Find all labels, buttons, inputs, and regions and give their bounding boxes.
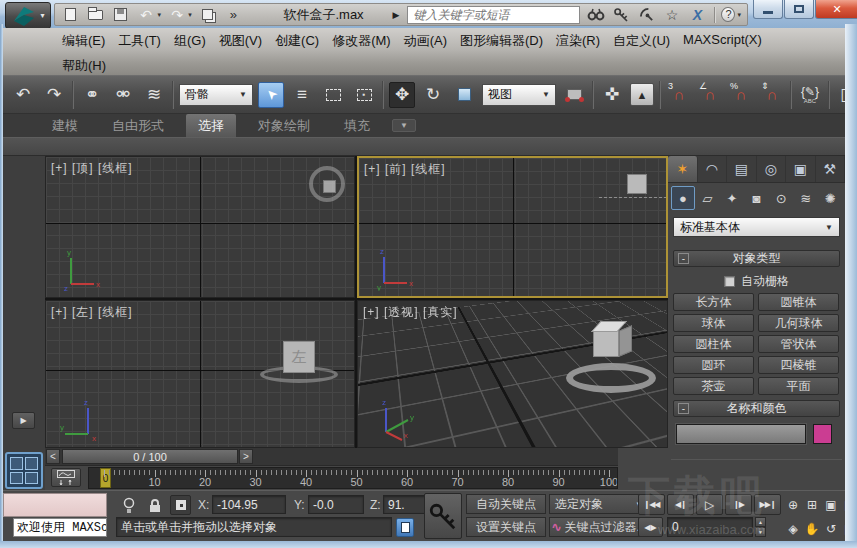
key-filters-button[interactable]: ∿ 关键点过滤器...	[549, 517, 649, 537]
bind-to-space-warp-button[interactable]: ≋	[141, 82, 167, 108]
time-slider-handle[interactable]: 0 / 100	[62, 449, 238, 464]
new-file-button[interactable]	[61, 6, 79, 24]
selection-filter-dropdown[interactable]: 骨骼 ▼	[179, 84, 253, 106]
search-binoculars-icon[interactable]	[587, 6, 605, 24]
teapot-button[interactable]: 茶壶	[673, 377, 754, 395]
go-to-end-button[interactable]: ▶▶❙	[754, 494, 781, 515]
select-and-move-button[interactable]: ✥	[389, 82, 415, 108]
tab-utilities[interactable]: ⚒	[816, 156, 846, 182]
current-frame-field[interactable]: 0	[667, 517, 753, 537]
viewcube-left[interactable]: 左	[283, 341, 315, 373]
x-coordinate-field[interactable]: -104.95	[212, 495, 286, 514]
z-coordinate-field[interactable]: 91.	[383, 495, 427, 514]
zoom-extents-button[interactable]: ▣	[822, 493, 840, 516]
undo-caret-icon[interactable]: ▾	[157, 11, 161, 19]
redo-button[interactable]: ↷	[168, 6, 186, 24]
set-keys-button[interactable]	[424, 493, 462, 539]
selection-lock-button[interactable]	[144, 495, 165, 515]
geosphere-button[interactable]: 几何球体	[758, 314, 839, 332]
viewport-layout-button[interactable]	[5, 452, 43, 489]
isolate-selection-button[interactable]	[118, 495, 139, 515]
category-systems-button[interactable]: ✺	[818, 186, 842, 210]
category-geometry-button[interactable]: ●	[671, 186, 695, 210]
spinner-snap-button[interactable]: ⇕∩	[759, 82, 785, 108]
menu-animation[interactable]: 动画(A)	[404, 32, 447, 50]
undo-scene-button[interactable]: ↶	[10, 82, 36, 108]
autodesk-exchange-icon[interactable]: X	[688, 6, 706, 24]
next-frame-button[interactable]: ❙▶	[725, 494, 752, 515]
tab-display[interactable]: ▣	[786, 156, 816, 182]
absolute-mode-button[interactable]	[170, 495, 191, 515]
maxscript-mini-listener[interactable]	[3, 493, 107, 517]
name-color-rollout-header[interactable]: - 名称和颜色	[673, 400, 840, 417]
category-shapes-button[interactable]: ▱	[696, 186, 720, 210]
prompt-info-button[interactable]	[396, 518, 414, 537]
redo-caret-icon[interactable]: ▾	[188, 11, 192, 19]
unlink-selection-button[interactable]: ⚮	[110, 82, 136, 108]
save-file-button[interactable]	[112, 6, 130, 24]
object-color-swatch[interactable]	[813, 424, 832, 444]
category-helpers-button[interactable]: ⊙	[769, 186, 793, 210]
menu-tools[interactable]: 工具(T)	[118, 32, 161, 50]
keyboard-shortcut-override-button[interactable]: ▲	[630, 83, 654, 106]
spinner-up-icon[interactable]: ▲	[755, 517, 766, 527]
spinner-down-icon[interactable]: ▼	[755, 527, 766, 537]
tab-hierarchy[interactable]: ▤	[727, 156, 757, 182]
help-icon[interactable]: ?	[721, 7, 735, 22]
y-coordinate-field[interactable]: -0.0	[308, 495, 364, 514]
set-key-button[interactable]: 设置关键点	[466, 517, 546, 537]
viewport-perspective-label[interactable]: [+] [透视] [真实]	[363, 304, 458, 321]
primitive-category-dropdown[interactable]: 标准基本体 ▼	[673, 217, 840, 237]
viewport-left-label[interactable]: [+] [左] [线框]	[51, 304, 133, 321]
menu-help[interactable]: 帮助(H)	[62, 57, 106, 75]
communication-center-icon[interactable]	[638, 6, 656, 24]
cone-button[interactable]: 圆锥体	[758, 293, 839, 311]
menu-edit[interactable]: 编辑(E)	[62, 32, 105, 50]
previous-frame-arrow[interactable]: <	[46, 449, 60, 464]
viewcube-top[interactable]	[309, 166, 345, 202]
select-and-manipulate-button[interactable]: ✜	[599, 82, 625, 108]
zoom-button[interactable]: ⊕	[784, 493, 802, 516]
zoom-all-button[interactable]: ⊞	[803, 493, 821, 516]
ribbon-tab-selection[interactable]: 选择	[186, 114, 236, 137]
field-of-view-button[interactable]: ◈	[784, 517, 802, 540]
menu-maxscript[interactable]: MAXScript(X)	[683, 32, 762, 50]
orbit-button[interactable]: ↺	[822, 517, 840, 540]
tab-motion[interactable]: ◎	[757, 156, 787, 182]
menu-create[interactable]: 创建(C)	[275, 32, 319, 50]
box-button[interactable]: 长方体	[673, 293, 754, 311]
viewport-top-label[interactable]: [+] [顶] [线框]	[51, 160, 133, 177]
expand-panel-button[interactable]: ▶	[12, 412, 35, 429]
menu-views[interactable]: 视图(V)	[219, 32, 262, 50]
window-crossing-button[interactable]: ▪	[351, 82, 377, 108]
viewport-top[interactable]: [+] [顶] [线框] y x z	[45, 156, 355, 298]
previous-frame-button[interactable]: ◀❙	[667, 494, 694, 515]
use-pivot-center-button[interactable]	[561, 82, 587, 108]
ribbon-minimize-button[interactable]: ▼	[392, 119, 416, 132]
category-lights-button[interactable]: ✦	[720, 186, 744, 210]
viewcube-front[interactable]	[627, 174, 647, 194]
menu-group[interactable]: 组(G)	[174, 32, 206, 50]
trackbar-ruler[interactable]: 0 102030405060708090100	[88, 467, 618, 489]
menu-modifiers[interactable]: 修改器(M)	[332, 32, 391, 50]
viewport-perspective[interactable]: [+] [透视] [真实] z y x	[357, 300, 668, 448]
search-flyout-icon[interactable]: ▶	[393, 10, 400, 20]
reference-coordinate-dropdown[interactable]: 视图 ▼	[482, 84, 556, 106]
open-file-button[interactable]	[86, 6, 104, 24]
collapse-icon[interactable]: -	[678, 253, 689, 264]
pan-button[interactable]: ✋	[803, 517, 821, 540]
undo-button[interactable]: ↶	[137, 6, 155, 24]
auto-key-button[interactable]: 自动关键点	[466, 494, 546, 514]
select-by-name-button[interactable]: ≡	[289, 82, 315, 108]
menu-customize[interactable]: 自定义(U)	[613, 32, 670, 50]
go-to-start-button[interactable]: ❙◀◀	[638, 494, 665, 515]
torus-button[interactable]: 圆环	[673, 356, 754, 374]
select-and-scale-button[interactable]	[451, 82, 477, 108]
viewport-front-label[interactable]: [+] [前] [线框]	[364, 161, 446, 178]
select-and-rotate-button[interactable]: ↻	[420, 82, 446, 108]
category-spacewarps-button[interactable]: ≋	[794, 186, 818, 210]
ribbon-tab-freeform[interactable]: 自由形式	[100, 114, 176, 137]
rectangular-selection-region-button[interactable]	[320, 82, 346, 108]
tube-button[interactable]: 管状体	[758, 335, 839, 353]
mini-curve-editor-button[interactable]	[51, 468, 81, 487]
